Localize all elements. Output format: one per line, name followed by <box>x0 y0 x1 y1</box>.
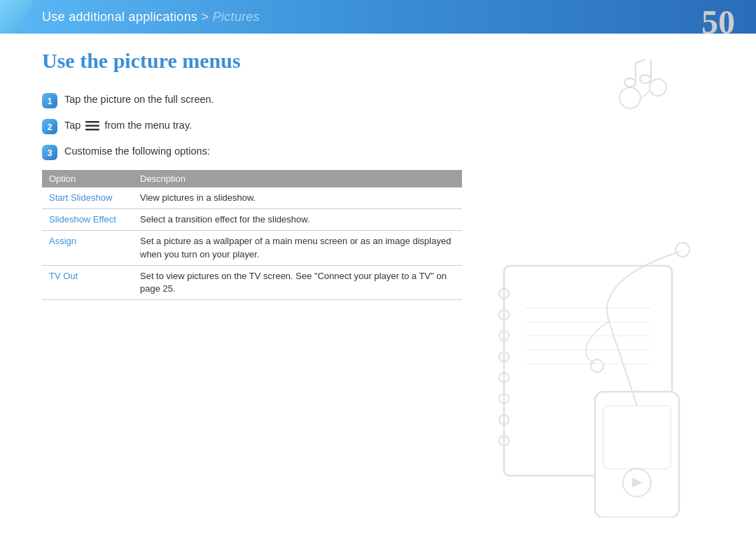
svg-rect-1 <box>85 125 99 127</box>
svg-point-9 <box>650 79 666 96</box>
page-number: 50 <box>701 6 735 39</box>
svg-point-8 <box>620 87 640 108</box>
page-title: Use the picture menus <box>42 49 462 73</box>
table-cell-description: View pictures in a slideshow. <box>133 187 462 209</box>
subsection-name: Pictures <box>213 10 260 24</box>
section-name: Use additional applications <box>42 10 197 24</box>
step-badge-3: 3 <box>42 145 57 160</box>
svg-point-29 <box>591 360 603 372</box>
table-cell-description: Set a picture as a wallpaper of a main m… <box>133 231 462 265</box>
step-3-text: Customise the following options: <box>64 144 210 159</box>
table-cell-option: Start Slideshow <box>42 187 133 209</box>
table-cell-option: Assign <box>42 231 133 265</box>
step-1: 1 Tap the picture on the full screen. <box>42 92 462 108</box>
step-badge-2: 2 <box>42 119 57 134</box>
main-content: Use the picture menus 1 Tap the picture … <box>42 49 462 300</box>
step-2: 2 Tap from the menu tray. <box>42 118 462 134</box>
svg-rect-2 <box>85 129 99 131</box>
table-row: Slideshow EffectSelect a transition effe… <box>42 209 462 231</box>
table-row: Start SlideshowView pictures in a slides… <box>42 187 462 209</box>
table-row: TV OutSet to view pictures on the TV scr… <box>42 265 462 299</box>
svg-rect-24 <box>595 392 679 518</box>
step-2-text-before: Tap <box>64 120 83 131</box>
svg-rect-0 <box>85 121 99 123</box>
svg-point-6 <box>640 75 651 83</box>
table-header-row: Option Description <box>42 170 462 187</box>
menu-icon <box>85 120 99 132</box>
header-bar: Use additional applications > Pictures <box>0 0 756 34</box>
step-badge-1: 1 <box>42 93 57 108</box>
table-cell-description: Select a transition effect for the slide… <box>133 209 462 231</box>
table-cell-option: TV Out <box>42 265 133 299</box>
col-option-header: Option <box>42 170 133 187</box>
step-2-text-after: from the menu tray. <box>102 120 192 131</box>
step-2-text: Tap from the menu tray. <box>64 118 192 134</box>
svg-point-28 <box>676 243 690 257</box>
table-cell-description: Set to view pictures on the TV screen. S… <box>133 265 462 299</box>
svg-line-5 <box>636 59 645 63</box>
step-1-text: Tap the picture on the full screen. <box>64 92 214 108</box>
illustration <box>448 42 742 518</box>
table-cell-option: Slideshow Effect <box>42 209 133 231</box>
options-table: Option Description Start SlideshowView p… <box>42 170 462 300</box>
separator: > <box>197 10 212 24</box>
table-row: AssignSet a picture as a wallpaper of a … <box>42 231 462 265</box>
svg-point-3 <box>624 78 636 87</box>
col-description-header: Description <box>133 170 462 187</box>
step-3: 3 Customise the following options: <box>42 144 462 160</box>
header-title: Use additional applications > Pictures <box>42 10 260 24</box>
